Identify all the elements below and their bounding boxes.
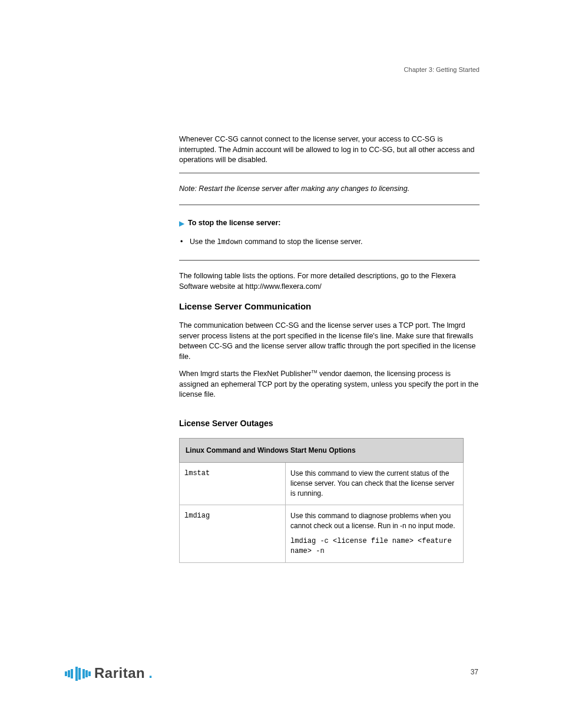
communication-paragraph-2: When lmgrd starts the FlexNet PublisherT… [179, 369, 480, 400]
table-row: lmstat Use this command to view the curr… [180, 463, 464, 505]
svg-rect-5 [82, 669, 85, 678]
bullet-item: • Use the lmdown command to stop the lic… [179, 237, 480, 248]
svg-rect-4 [78, 668, 81, 680]
logo-dot: . [148, 665, 153, 681]
note-text: Note: Restart the license server after m… [179, 184, 480, 195]
bullet-text: Use the lmdown command to stop the licen… [190, 237, 480, 248]
trademark-symbol: TM [311, 370, 317, 374]
description-cell: Use this command to diagnose problems wh… [286, 505, 464, 562]
commands-table: Linux Command and Windows Start Menu Opt… [179, 438, 464, 563]
raritan-logo: Raritan. [65, 664, 153, 682]
page-number: 37 [471, 668, 478, 676]
section-heading-outages: License Server Outages [179, 418, 480, 430]
svg-rect-0 [65, 671, 67, 676]
svg-rect-1 [68, 670, 70, 677]
horizontal-rule [179, 173, 480, 173]
flexera-url: http://www.flexera.com/ [246, 282, 322, 291]
svg-rect-7 [88, 671, 91, 676]
svg-rect-2 [71, 669, 73, 678]
intro-paragraph: Whenever CC-SG cannot connect to the lic… [179, 134, 480, 166]
command-text: lmdown [217, 238, 243, 246]
table-header: Linux Command and Windows Start Menu Opt… [180, 438, 464, 463]
flexera-paragraph: The following table lists the options. F… [179, 271, 480, 292]
to-stop-label: To stop the license server: [188, 218, 280, 229]
horizontal-rule [179, 205, 480, 205]
command-cell: lmstat [180, 463, 286, 505]
code-sample: lmdiag -c <license file name> <feature n… [290, 536, 458, 556]
main-content: Whenever CC-SG cannot connect to the lic… [179, 134, 480, 563]
logo-icon [65, 664, 91, 682]
bullet-marker: • [179, 237, 190, 248]
svg-rect-3 [75, 667, 78, 681]
description-cell: Use this command to view the current sta… [286, 463, 464, 505]
chapter-label: Chapter 3: Getting Started [404, 66, 480, 73]
communication-paragraph-1: The communication between CC-SG and the … [179, 321, 480, 362]
command-cell: lmdiag [180, 505, 286, 562]
table-row: lmdiag Use this command to diagnose prob… [180, 505, 464, 562]
horizontal-rule [179, 260, 480, 261]
section-heading-communication: License Server Communication [179, 300, 480, 312]
to-stop-heading: ▶ To stop the license server: [179, 218, 480, 229]
arrow-icon: ▶ [179, 220, 184, 227]
logo-text: Raritan [94, 665, 145, 681]
svg-rect-6 [85, 670, 88, 677]
